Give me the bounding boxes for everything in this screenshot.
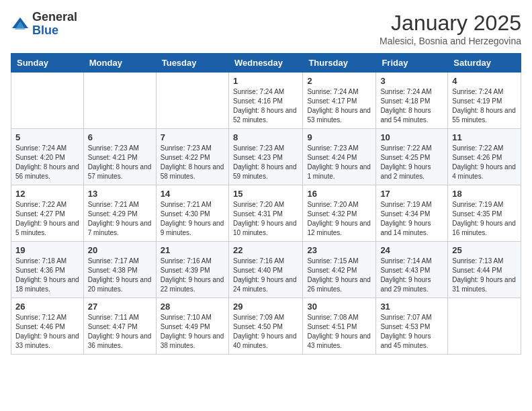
day-number: 8 [233, 132, 298, 142]
day-info: Sunrise: 7:08 AM Sunset: 4:51 PM Dayligh… [307, 313, 371, 351]
calendar-cell: 12Sunrise: 7:22 AM Sunset: 4:27 PM Dayli… [11, 185, 84, 242]
day-number: 26 [15, 302, 79, 312]
weekday-header-row: SundayMondayTuesdayWednesdayThursdayFrid… [11, 54, 521, 73]
calendar-cell [11, 73, 84, 129]
location-text: Malesici, Bosnia and Herzegovina [380, 36, 521, 46]
day-number: 7 [161, 132, 224, 142]
calendar-cell: 16Sunrise: 7:20 AM Sunset: 4:32 PM Dayli… [303, 185, 376, 242]
calendar-cell: 8Sunrise: 7:23 AM Sunset: 4:23 PM Daylig… [228, 129, 302, 185]
weekday-header-sunday: Sunday [11, 54, 84, 73]
calendar-cell [448, 298, 521, 355]
day-number: 14 [161, 189, 224, 199]
title-block: January 2025 Malesici, Bosnia and Herzeg… [380, 11, 521, 46]
day-info: Sunrise: 7:16 AM Sunset: 4:40 PM Dayligh… [233, 257, 298, 294]
day-number: 11 [452, 132, 517, 142]
day-info: Sunrise: 7:19 AM Sunset: 4:35 PM Dayligh… [452, 200, 517, 238]
calendar-cell: 13Sunrise: 7:21 AM Sunset: 4:29 PM Dayli… [83, 185, 156, 242]
calendar-cell: 30Sunrise: 7:08 AM Sunset: 4:51 PM Dayli… [303, 298, 376, 355]
week-row-5: 26Sunrise: 7:12 AM Sunset: 4:46 PM Dayli… [11, 298, 521, 355]
weekday-header-saturday: Saturday [448, 54, 521, 73]
day-info: Sunrise: 7:09 AM Sunset: 4:50 PM Dayligh… [233, 313, 298, 351]
week-row-4: 19Sunrise: 7:18 AM Sunset: 4:36 PM Dayli… [11, 242, 521, 298]
calendar-cell: 31Sunrise: 7:07 AM Sunset: 4:53 PM Dayli… [376, 298, 448, 355]
day-info: Sunrise: 7:17 AM Sunset: 4:38 PM Dayligh… [88, 257, 152, 294]
calendar-cell: 23Sunrise: 7:15 AM Sunset: 4:42 PM Dayli… [303, 242, 376, 298]
logo: General Blue [11, 11, 77, 38]
day-number: 3 [380, 76, 443, 86]
calendar-cell: 19Sunrise: 7:18 AM Sunset: 4:36 PM Dayli… [11, 242, 84, 298]
weekday-header-monday: Monday [83, 54, 156, 73]
day-info: Sunrise: 7:23 AM Sunset: 4:24 PM Dayligh… [307, 144, 371, 181]
day-number: 17 [380, 189, 443, 199]
day-number: 24 [380, 245, 443, 255]
calendar-cell: 21Sunrise: 7:16 AM Sunset: 4:39 PM Dayli… [156, 242, 228, 298]
calendar-cell: 4Sunrise: 7:24 AM Sunset: 4:19 PM Daylig… [448, 73, 521, 129]
day-info: Sunrise: 7:10 AM Sunset: 4:49 PM Dayligh… [161, 313, 224, 351]
week-row-1: 1Sunrise: 7:24 AM Sunset: 4:16 PM Daylig… [11, 73, 521, 129]
calendar-cell: 29Sunrise: 7:09 AM Sunset: 4:50 PM Dayli… [228, 298, 302, 355]
day-info: Sunrise: 7:20 AM Sunset: 4:31 PM Dayligh… [233, 200, 298, 238]
day-number: 21 [161, 245, 224, 255]
calendar-cell: 10Sunrise: 7:22 AM Sunset: 4:25 PM Dayli… [376, 129, 448, 185]
day-info: Sunrise: 7:19 AM Sunset: 4:34 PM Dayligh… [380, 200, 443, 238]
calendar-cell: 20Sunrise: 7:17 AM Sunset: 4:38 PM Dayli… [83, 242, 156, 298]
weekday-header-tuesday: Tuesday [156, 54, 228, 73]
day-info: Sunrise: 7:18 AM Sunset: 4:36 PM Dayligh… [15, 257, 79, 294]
day-info: Sunrise: 7:24 AM Sunset: 4:19 PM Dayligh… [452, 87, 517, 125]
calendar-cell: 26Sunrise: 7:12 AM Sunset: 4:46 PM Dayli… [11, 298, 84, 355]
day-number: 1 [233, 76, 298, 86]
day-info: Sunrise: 7:24 AM Sunset: 4:17 PM Dayligh… [307, 87, 371, 125]
calendar-cell: 27Sunrise: 7:11 AM Sunset: 4:47 PM Dayli… [83, 298, 156, 355]
day-number: 4 [452, 76, 517, 86]
day-info: Sunrise: 7:24 AM Sunset: 4:20 PM Dayligh… [15, 144, 79, 181]
logo-general-text: General [32, 11, 77, 24]
day-number: 15 [233, 189, 298, 199]
day-number: 6 [88, 132, 152, 142]
day-number: 5 [15, 132, 79, 142]
calendar-cell: 28Sunrise: 7:10 AM Sunset: 4:49 PM Dayli… [156, 298, 228, 355]
weekday-header-friday: Friday [376, 54, 448, 73]
day-number: 13 [88, 189, 152, 199]
calendar-table: SundayMondayTuesdayWednesdayThursdayFrid… [11, 53, 521, 355]
calendar-cell: 15Sunrise: 7:20 AM Sunset: 4:31 PM Dayli… [228, 185, 302, 242]
day-number: 20 [88, 245, 152, 255]
calendar-cell: 3Sunrise: 7:24 AM Sunset: 4:18 PM Daylig… [376, 73, 448, 129]
day-number: 10 [380, 132, 443, 142]
day-number: 2 [307, 76, 371, 86]
calendar-cell: 22Sunrise: 7:16 AM Sunset: 4:40 PM Dayli… [228, 242, 302, 298]
day-info: Sunrise: 7:07 AM Sunset: 4:53 PM Dayligh… [380, 313, 443, 351]
day-number: 25 [452, 245, 517, 255]
day-info: Sunrise: 7:23 AM Sunset: 4:21 PM Dayligh… [88, 144, 152, 181]
calendar-cell [83, 73, 156, 129]
day-number: 22 [233, 245, 298, 255]
day-info: Sunrise: 7:13 AM Sunset: 4:44 PM Dayligh… [452, 257, 517, 294]
day-info: Sunrise: 7:12 AM Sunset: 4:46 PM Dayligh… [15, 313, 79, 351]
calendar-cell: 7Sunrise: 7:23 AM Sunset: 4:22 PM Daylig… [156, 129, 228, 185]
day-info: Sunrise: 7:21 AM Sunset: 4:30 PM Dayligh… [161, 200, 224, 238]
day-number: 28 [161, 302, 224, 312]
day-info: Sunrise: 7:22 AM Sunset: 4:27 PM Dayligh… [15, 200, 79, 238]
day-info: Sunrise: 7:21 AM Sunset: 4:29 PM Dayligh… [88, 200, 152, 238]
logo-blue-text: Blue [32, 24, 77, 38]
weekday-header-thursday: Thursday [303, 54, 376, 73]
calendar-cell: 14Sunrise: 7:21 AM Sunset: 4:30 PM Dayli… [156, 185, 228, 242]
day-number: 29 [233, 302, 298, 312]
calendar-cell: 18Sunrise: 7:19 AM Sunset: 4:35 PM Dayli… [448, 185, 521, 242]
day-info: Sunrise: 7:23 AM Sunset: 4:22 PM Dayligh… [161, 144, 224, 181]
weekday-header-wednesday: Wednesday [228, 54, 302, 73]
day-number: 18 [452, 189, 517, 199]
day-info: Sunrise: 7:15 AM Sunset: 4:42 PM Dayligh… [307, 257, 371, 294]
day-info: Sunrise: 7:14 AM Sunset: 4:43 PM Dayligh… [380, 257, 443, 294]
day-info: Sunrise: 7:20 AM Sunset: 4:32 PM Dayligh… [307, 200, 371, 238]
calendar-cell: 25Sunrise: 7:13 AM Sunset: 4:44 PM Dayli… [448, 242, 521, 298]
day-number: 27 [88, 302, 152, 312]
calendar-cell: 1Sunrise: 7:24 AM Sunset: 4:16 PM Daylig… [228, 73, 302, 129]
calendar-cell: 11Sunrise: 7:22 AM Sunset: 4:26 PM Dayli… [448, 129, 521, 185]
day-number: 23 [307, 245, 371, 255]
calendar-cell [156, 73, 228, 129]
day-number: 16 [307, 189, 371, 199]
week-row-3: 12Sunrise: 7:22 AM Sunset: 4:27 PM Dayli… [11, 185, 521, 242]
day-info: Sunrise: 7:23 AM Sunset: 4:23 PM Dayligh… [233, 144, 298, 181]
calendar-cell: 9Sunrise: 7:23 AM Sunset: 4:24 PM Daylig… [303, 129, 376, 185]
day-info: Sunrise: 7:24 AM Sunset: 4:16 PM Dayligh… [233, 87, 298, 125]
